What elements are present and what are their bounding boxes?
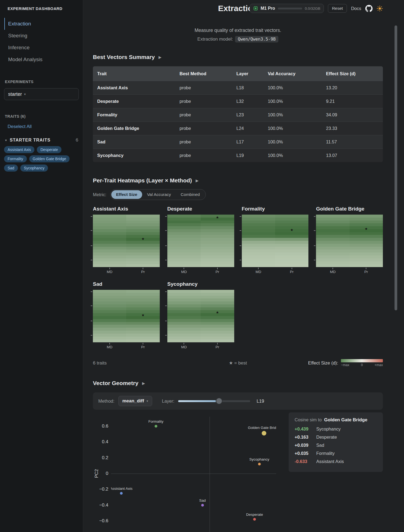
heatmap-cell	[93, 249, 126, 252]
cell: 34.09	[326, 112, 379, 117]
layer-slider-thumb[interactable]	[216, 398, 222, 404]
column-header-layer: Layer	[236, 71, 268, 76]
cell: L17	[236, 139, 268, 145]
heatmap-cell	[167, 235, 201, 238]
y-tick	[314, 260, 315, 260]
best-star-icon: ★	[141, 313, 145, 317]
heatmap-cell	[167, 218, 201, 221]
cosine-similarity-panel: Cosine sim to Golden Gate Bridge +0.439S…	[289, 412, 383, 472]
x-tick-label: Pr	[364, 270, 368, 274]
heatmap-cell	[93, 319, 126, 322]
header-actions: M1 Pro 0.0/32GB Reset Docs	[250, 4, 383, 13]
reset-button[interactable]: Reset	[328, 4, 347, 13]
sidebar-item-steering[interactable]: Steering	[4, 30, 83, 42]
point-golden-gate-bridge[interactable]	[262, 431, 266, 436]
vector-geometry-heading[interactable]: Vector Geometry ▶	[93, 380, 383, 386]
heatmap-cell	[93, 221, 126, 224]
trait-pill-formality[interactable]: Formality	[4, 155, 27, 162]
metric-row: Metric: Effect SizeVal AccuracyCombined	[93, 189, 383, 200]
point-label-formality: Formality	[148, 419, 164, 423]
sidebar-item-inference[interactable]: Inference	[4, 42, 83, 54]
heatmap-cell	[93, 316, 126, 319]
heatmap-cell	[201, 307, 234, 310]
heatmap-cell	[93, 337, 126, 340]
heatmap-cell	[350, 221, 383, 224]
effect-size-legend-label: Effect Size (d):	[308, 360, 338, 366]
heatmap-cell	[201, 221, 234, 224]
y-tick	[91, 216, 92, 217]
sidebar-item-extraction[interactable]: Extraction	[4, 18, 83, 30]
trait-pill-sad[interactable]: Sad	[4, 165, 18, 172]
x-tick	[143, 268, 143, 269]
table-row-golden-gate-bridge: Golden Gate BridgeprobeL24100.0%23.33	[93, 121, 383, 135]
theme-toggle-sun-icon[interactable]	[377, 5, 383, 12]
heatmap-cell	[167, 310, 201, 313]
x-tick-label: MD	[107, 345, 112, 349]
point-label-desperate: Desperate	[246, 513, 263, 517]
heatmap-cell	[93, 255, 126, 258]
heatmap-cell	[167, 238, 201, 241]
heatmap-cell	[350, 264, 383, 267]
heatmap-cell	[275, 261, 308, 264]
heatmap-cell	[316, 221, 349, 224]
metric-option-combined[interactable]: Combined	[176, 190, 205, 199]
point-desperate[interactable]	[253, 518, 256, 521]
layer-slider[interactable]	[178, 400, 250, 402]
heatmap-cell	[275, 244, 308, 247]
cell: probe	[180, 85, 236, 90]
y-tick-label: −0.2	[93, 487, 108, 492]
trait-group-header[interactable]: ▼ STARTER TRAITS 6	[0, 137, 83, 143]
deselect-all-link[interactable]: Deselect All	[0, 124, 83, 129]
heatmap-assistant-axis: Assistant Axis★MDPr	[93, 206, 160, 275]
x-tick	[366, 268, 366, 269]
heatmap-cell	[93, 296, 126, 299]
app-title: EXPERIMENT DASHBOARD	[0, 6, 83, 11]
heatmaps-heading[interactable]: Per-Trait Heatmaps (Layer × Method) ▶	[93, 177, 383, 184]
heatmap-cell	[201, 226, 234, 229]
heatmap-cell	[93, 290, 126, 293]
heatmap-cell	[126, 223, 159, 226]
heatmap-cell	[126, 255, 159, 258]
collapse-arrow-icon: ▶	[159, 55, 161, 59]
y-tick-label: 0.4	[93, 439, 108, 445]
point-sycophancy[interactable]	[258, 463, 261, 465]
y-tick	[314, 216, 315, 217]
heatmap-cell	[167, 258, 201, 261]
best-star-icon: ★	[141, 237, 145, 241]
heatmap-cell	[93, 226, 126, 229]
legend-min-label: −max	[341, 363, 349, 367]
trait-pill-assistant-axis[interactable]: Assistant Axis	[4, 146, 34, 153]
github-icon[interactable]	[365, 5, 373, 12]
scrollbar-thumb[interactable]	[395, 25, 397, 310]
point-sad[interactable]	[201, 504, 204, 507]
point-formality[interactable]	[155, 425, 157, 428]
column-header-trait: Trait	[97, 71, 180, 76]
heatmap-x-axis: MDPr	[242, 267, 309, 275]
heatmap-cell	[242, 244, 275, 247]
heatmap-cell	[126, 304, 159, 307]
trait-pill-golden-gate-bridge[interactable]: Golden Gate Bridge	[29, 155, 70, 162]
heatmap-cell	[316, 229, 349, 232]
heatmap-cell	[201, 319, 234, 322]
cell: Sad	[97, 139, 180, 145]
heatmap-sycophancy: Sycophancy★MDPr	[167, 281, 234, 350]
heatmap-cell	[201, 261, 234, 264]
trait-pill-desperate[interactable]: Desperate	[37, 146, 61, 153]
best-vectors-summary-heading[interactable]: Best Vectors Summary ▶	[93, 54, 383, 60]
metric-option-val-accuracy[interactable]: Val Accuracy	[142, 190, 176, 199]
heatmap-sad: Sad★MDPr	[93, 281, 160, 350]
x-tick-label: MD	[181, 345, 187, 349]
docs-link[interactable]: Docs	[351, 6, 361, 11]
metric-option-effect-size[interactable]: Effect Size	[111, 190, 142, 199]
heatmap-cell	[316, 232, 349, 235]
trait-pill-sycophancy[interactable]: Sycophancy	[20, 165, 48, 172]
sidebar-item-model-analysis[interactable]: Model Analysis	[4, 54, 83, 65]
point-assistant-axis[interactable]	[120, 492, 123, 495]
best-vectors-summary-title: Best Vectors Summary	[93, 54, 155, 60]
method-select[interactable]: mean_diff ▾	[118, 396, 152, 406]
point-label-assistant-axis: Assistant Axis	[111, 487, 132, 491]
experiment-select[interactable]: starter ▾	[4, 88, 79, 100]
cosine-value: +0.163	[295, 435, 316, 440]
heatmap-cell	[350, 244, 383, 247]
heatmap-cell	[167, 264, 201, 267]
